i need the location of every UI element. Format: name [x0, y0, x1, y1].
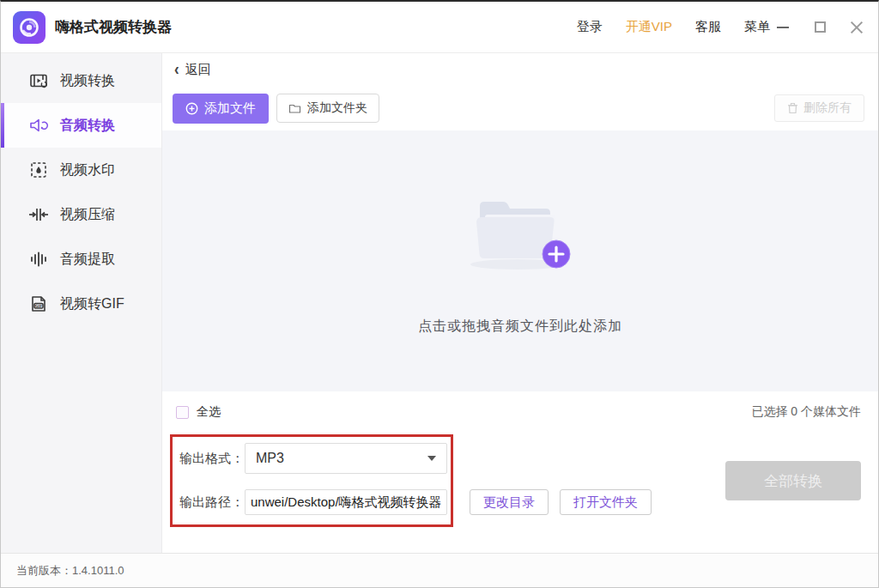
- sidebar-item-audio-extract[interactable]: 音频提取: [1, 237, 161, 282]
- sidebar-item-label: 视频水印: [60, 161, 115, 179]
- sidebar-item-video-convert[interactable]: 视频转换: [1, 58, 161, 103]
- app-window: 嗨格式视频转换器 登录 开通VIP 客服 菜单: [0, 0, 879, 588]
- vip-link[interactable]: 开通VIP: [626, 19, 672, 35]
- sidebar-item-video-watermark[interactable]: 视频水印: [1, 148, 161, 192]
- support-link[interactable]: 客服: [695, 19, 721, 35]
- change-directory-button[interactable]: 更改目录: [470, 489, 549, 515]
- audio-convert-icon: [28, 115, 49, 136]
- trash-icon: [787, 102, 798, 114]
- back-button[interactable]: 返回: [185, 62, 211, 78]
- svg-text:GIF: GIF: [35, 304, 43, 308]
- delete-all-button[interactable]: 删除所有: [774, 94, 864, 122]
- sidebar-item-label: 音频转换: [60, 117, 115, 135]
- video-convert-icon: [28, 70, 49, 91]
- add-folder-button[interactable]: 添加文件夹: [276, 94, 379, 123]
- add-file-button[interactable]: 添加文件: [173, 94, 269, 124]
- output-format-label: 输出格式：: [179, 451, 245, 467]
- audio-extract-icon: [28, 249, 49, 270]
- caret-down-icon: [427, 456, 436, 461]
- select-all-label: 全选: [197, 404, 221, 420]
- titlebar: 嗨格式视频转换器 登录 开通VIP 客服 菜单: [1, 2, 878, 53]
- sidebar-item-video-compress[interactable]: 视频压缩: [1, 192, 161, 237]
- convert-all-button[interactable]: 全部转换: [725, 461, 861, 500]
- content: 视频转换 音频转换: [1, 53, 878, 553]
- toolbar: 添加文件 添加文件夹: [162, 86, 878, 130]
- minimize-icon[interactable]: [775, 20, 791, 35]
- sidebar-item-audio-convert[interactable]: 音频转换: [1, 103, 161, 148]
- sidebar-item-label: 视频压缩: [60, 206, 115, 224]
- sidebar: 视频转换 音频转换: [1, 53, 162, 553]
- video-watermark-icon: [28, 160, 49, 180]
- video-compress-icon: [28, 204, 49, 225]
- delete-all-label: 删除所有: [803, 100, 852, 116]
- add-folder-label: 添加文件夹: [307, 100, 367, 116]
- open-folder-button[interactable]: 打开文件夹: [560, 489, 652, 515]
- folder-icon: [288, 103, 301, 114]
- output-path-row: 输出路径： 更改目录 打开文件夹: [179, 489, 652, 515]
- selected-count: 已选择 0 个媒体文件: [751, 404, 861, 420]
- output-path-label: 输出路径：: [179, 494, 245, 511]
- sidebar-item-label: 音频提取: [60, 251, 115, 269]
- maximize-icon[interactable]: [812, 20, 827, 35]
- app-logo-icon: [13, 11, 45, 44]
- app-title: 嗨格式视频转换器: [55, 17, 172, 37]
- login-link[interactable]: 登录: [577, 19, 603, 35]
- chevron-left-icon: ‹: [174, 60, 179, 80]
- back-row: ‹ 返回: [162, 53, 878, 86]
- output-path-input[interactable]: [245, 489, 447, 515]
- dropzone-hint: 点击或拖拽音频文件到此处添加: [418, 318, 622, 336]
- window-controls: [775, 20, 864, 35]
- main-panel: ‹ 返回 添加文件: [162, 53, 878, 553]
- add-folder-illustration: [456, 187, 585, 273]
- select-all-checkbox[interactable]: [176, 406, 189, 419]
- video-to-gif-icon: GIF: [28, 294, 49, 314]
- close-icon[interactable]: [849, 20, 864, 35]
- statusbar: 当前版本：1.4.1011.0: [1, 553, 878, 587]
- output-format-row: 输出格式： MP3: [179, 443, 447, 474]
- sidebar-item-label: 视频转GIF: [60, 295, 124, 313]
- plus-circle-icon: [185, 102, 198, 115]
- selection-row: 全选 已选择 0 个媒体文件: [162, 391, 878, 433]
- sidebar-item-label: 视频转换: [60, 72, 115, 90]
- output-settings: 输出格式： MP3 输出路径： 更改目录 打开文件夹 全部转换: [162, 433, 878, 553]
- sidebar-item-video-to-gif[interactable]: GIF 视频转GIF: [1, 282, 161, 326]
- dropzone[interactable]: 点击或拖拽音频文件到此处添加: [162, 130, 878, 391]
- version-text: 当前版本：1.4.1011.0: [16, 563, 124, 579]
- add-file-label: 添加文件: [204, 100, 256, 117]
- menu-link[interactable]: 菜单: [744, 19, 770, 35]
- output-format-select[interactable]: MP3: [245, 443, 447, 474]
- output-format-value: MP3: [256, 451, 284, 466]
